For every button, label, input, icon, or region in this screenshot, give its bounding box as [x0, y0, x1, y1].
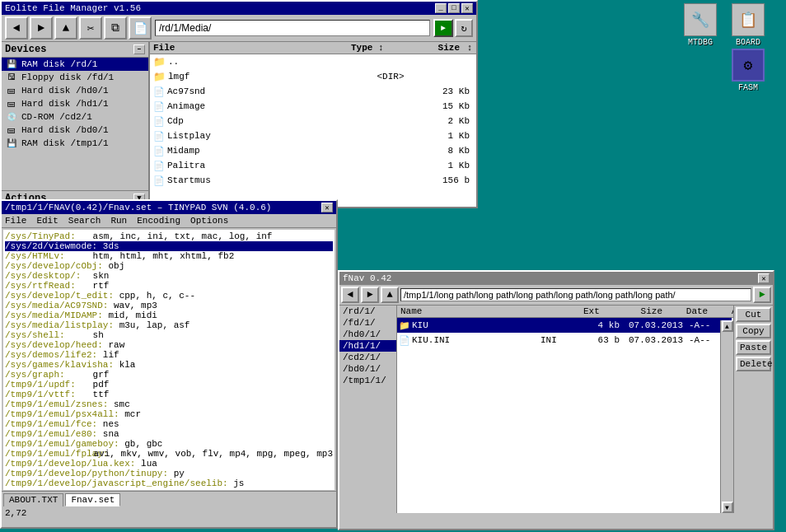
mtdbg-icon-image: 🔧 — [684, 3, 717, 36]
fnav-drive-fd1[interactable]: /fd/1/ — [339, 317, 396, 329]
menu-edit[interactable]: Edit — [35, 215, 59, 226]
scroll-thumb[interactable] — [721, 332, 733, 502]
menu-encoding[interactable]: Encoding — [135, 215, 182, 226]
editor-line: /sys/shell: sh — [5, 330, 333, 340]
editor-menubar: File Edit Search Run Encoding Options — [2, 214, 336, 228]
fnav-col-size[interactable]: Size — [615, 306, 664, 316]
editor-content[interactable]: /sys/TinyPad: asm, inc, ini, txt, mac, l… — [3, 230, 335, 490]
fnav-drive-cd2[interactable]: /cd2/1/ — [339, 352, 396, 363]
tab-about[interactable]: ABOUT.TXT — [3, 493, 63, 506]
col-sort-arrow[interactable]: ↕ — [463, 42, 476, 54]
editor-line: /sys/TinyPad: asm, inc, ini, txt, mac, l… — [5, 231, 333, 241]
menu-run[interactable]: Run — [109, 215, 129, 226]
table-row[interactable]: 📄Animage 15 Kb — [150, 99, 476, 114]
table-row[interactable]: 📄Listplay 1 Kb — [150, 128, 476, 143]
fnav-col-date[interactable]: Date — [664, 306, 730, 316]
editor-line: /sys/media/listplay: m3u, lap, asf — [5, 320, 333, 330]
editor-close-button[interactable]: ✕ — [321, 203, 333, 212]
desktop-icon-board[interactable]: 📋 BOARD — [723, 0, 773, 50]
fnav-title: fNav 0.42 — [343, 273, 391, 283]
table-row[interactable]: 📄Cdp 2 Kb — [150, 114, 476, 128]
col-header-size[interactable]: Size — [414, 42, 463, 54]
editor-position: 2,72 — [2, 506, 336, 520]
device-label-cd2: CD-ROM /cd2/1 — [21, 112, 92, 122]
table-row[interactable]: 📁lmgf <DIR> — [150, 69, 476, 84]
file-list-body: 📁.. 📁lmgf <DIR> 📄Ac97snd — [150, 54, 476, 207]
fnav-copy-button[interactable]: Copy — [736, 324, 771, 338]
fnav-paste-button[interactable]: Paste — [736, 340, 771, 355]
scroll-up-btn[interactable]: ▲ — [722, 320, 733, 332]
editor-line: /sys/HTMLv: htm, html, mht, xhtml, fb2 — [5, 251, 333, 261]
fnav-drive-bd0[interactable]: /bd0/1/ — [339, 363, 396, 375]
editor-line: /sys/graph: grf — [5, 370, 333, 380]
devices-collapse-btn[interactable]: – — [133, 44, 145, 54]
table-row[interactable]: 📄Startmus 156 b — [150, 173, 476, 188]
table-row[interactable]: 📄Midamp 8 Kb — [150, 143, 476, 158]
fnav-drive-rd1[interactable]: /rd/1/ — [339, 306, 396, 317]
device-item-tmp1[interactable]: 💾 RAM disk /tmp1/1 — [2, 137, 148, 150]
up-button[interactable]: ▲ — [54, 16, 77, 40]
devices-label: Devices — [5, 44, 46, 55]
menu-file[interactable]: File — [3, 215, 28, 226]
close-button[interactable]: ✕ — [461, 3, 473, 13]
path-input[interactable] — [155, 20, 430, 36]
menu-options[interactable]: Options — [189, 215, 230, 226]
file-name-cdp: 📄Cdp — [153, 116, 358, 127]
desktop-icon-mtdbg[interactable]: 🔧 MTDBG — [676, 0, 725, 50]
col-header-file[interactable]: File — [150, 42, 348, 54]
back-button[interactable]: ◄ — [5, 16, 28, 40]
fnav-forward-button[interactable]: ► — [361, 287, 379, 303]
fnav-file-header: Name Ext Size Date Attr — [397, 306, 773, 318]
fnav-delete-button[interactable]: Delete — [736, 357, 771, 371]
table-row[interactable]: 📄Palitra 1 Kb — [150, 158, 476, 173]
titlebar-buttons: _ □ ✕ — [435, 3, 473, 13]
file-name-palitra: 📄Palitra — [153, 161, 358, 171]
floppy-icon: 🖫 — [5, 72, 18, 83]
device-item-hd0[interactable]: 🖴 Hard disk /hd0/1 — [2, 84, 148, 97]
maximize-button[interactable]: □ — [448, 3, 460, 13]
desktop-icon-fasm[interactable]: ⚙ FASM — [723, 45, 773, 96]
tmp-icon: 💾 — [5, 138, 18, 149]
table-row[interactable]: 📄Ac97snd 23 Kb — [150, 84, 476, 99]
file-icon: 📄 — [153, 146, 165, 156]
fnav-back-button[interactable]: ◄ — [341, 287, 359, 303]
fnav-table-row-kiuini[interactable]: 📄KIU.INI INI 63 b 07.03.2013 -A-- — [397, 333, 732, 348]
fnav-path-input[interactable] — [400, 288, 751, 301]
hd1-icon: 🖴 — [5, 98, 18, 110]
device-item-ram1[interactable]: 💾 RAM disk /rd/1 — [2, 58, 148, 71]
fnav-table-row-kiu[interactable]: 📁KIU 4 kb 07.03.2013 -A-- — [397, 318, 732, 333]
fnav-col-name[interactable]: Name — [399, 306, 582, 316]
editor-line: /sys/develop/cObj: obj — [5, 261, 333, 271]
fnav-body: /rd/1/ /fd/1/ /hd0/1/ /hd1/1/ /cd2/1/ /b… — [339, 306, 773, 513]
device-item-cd2[interactable]: 💿 CD-ROM /cd2/1 — [2, 110, 148, 124]
fnav-col-ext[interactable]: Ext — [582, 306, 615, 316]
fnav-file-panel: Name Ext Size Date Attr 📁KIU 4 kb 07.03.… — [397, 306, 773, 513]
fnav-drive-hd0[interactable]: /hd0/1/ — [339, 329, 396, 340]
fnav-close-button[interactable]: ✕ — [758, 273, 770, 283]
scroll-down-btn[interactable]: ▼ — [722, 502, 733, 513]
refresh-button[interactable]: ↻ — [455, 19, 473, 37]
parent-folder-icon: 📁 — [153, 56, 166, 68]
file-icon: 📄 — [153, 101, 165, 112]
table-row[interactable]: 📁.. — [150, 54, 476, 69]
paste-button[interactable]: 📄 — [129, 16, 152, 40]
device-item-bd0[interactable]: 🖴 Hard disk /bd0/1 — [2, 124, 148, 137]
device-item-hd1[interactable]: 🖴 Hard disk /hd1/1 — [2, 97, 148, 110]
fnav-drive-tmp1[interactable]: /tmp1/1/ — [339, 375, 396, 386]
minimize-button[interactable]: _ — [435, 3, 447, 13]
menu-search[interactable]: Search — [67, 215, 103, 226]
editor-line-selected: /sys/2d/viewmode: 3ds — [5, 241, 333, 251]
fnav-go-button[interactable]: ► — [753, 287, 771, 303]
copy-button[interactable]: ⧉ — [104, 16, 127, 40]
go-button[interactable]: ► — [433, 19, 453, 37]
fnav-up-button[interactable]: ▲ — [381, 287, 399, 303]
tab-fnav-set[interactable]: Fnav.set — [65, 493, 120, 506]
fnav-cut-button[interactable]: Cut — [736, 307, 771, 322]
device-item-fd1[interactable]: 🖫 Floppy disk /fd/1 — [2, 71, 148, 84]
fnav-drive-hd1[interactable]: /hd1/1/ — [339, 340, 396, 352]
cut-button[interactable]: ✂ — [79, 16, 102, 40]
forward-button[interactable]: ► — [30, 16, 53, 40]
col-header-type[interactable]: Type ↕ — [348, 42, 414, 54]
fnav-scrollbar[interactable]: ▲ ▼ — [720, 320, 733, 513]
editor-line: /tmp9/1/emul/gameboy: gb, gbc — [5, 439, 333, 449]
